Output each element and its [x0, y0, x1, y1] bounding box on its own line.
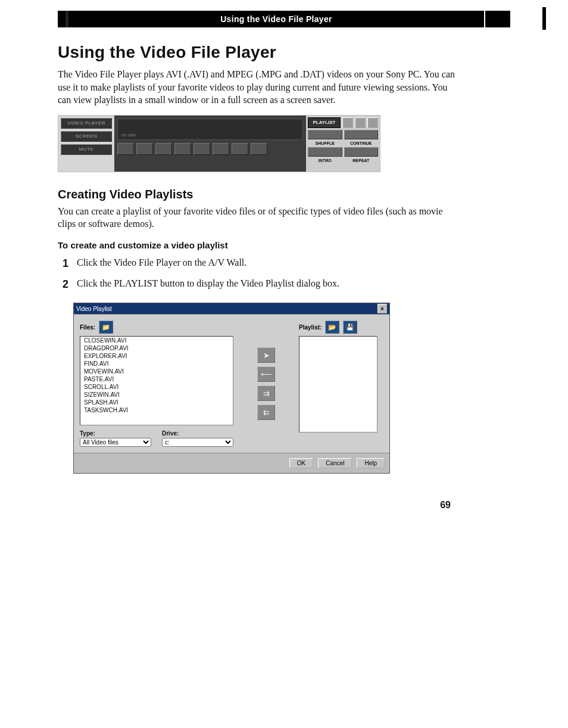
player-display-area: no disc [117, 119, 303, 140]
type-label: Type: [80, 430, 151, 438]
header-left-gutter [58, 11, 68, 27]
header-tab [484, 11, 510, 27]
mode-label-shuffle: SHUFFLE [308, 141, 342, 145]
player-label-title: VIDEO PLAYER [61, 118, 112, 129]
file-list-item[interactable]: SCROLL.AVI [80, 383, 233, 391]
remove-all-button[interactable]: ⇇ [257, 405, 275, 420]
page-title: Using the Video File Player [58, 43, 510, 62]
mode-label-continue: CONTINUE [344, 141, 379, 145]
add-all-button[interactable]: ⇉ [257, 385, 275, 401]
add-remove-arrows: ➤ ⟵ ⇉ ⇇ [257, 321, 275, 447]
mode-button[interactable] [344, 130, 379, 139]
window-button[interactable] [367, 117, 378, 128]
mode-button[interactable] [344, 147, 379, 157]
mode-button[interactable] [308, 147, 342, 157]
file-list-item[interactable]: MOVEWIN.AVI [80, 368, 233, 375]
file-listbox[interactable]: CLOSEWIN.AVIDRAGDROP.AVIEXPLORER.AVIFIND… [80, 336, 233, 425]
type-select[interactable]: All Video files [80, 438, 151, 447]
file-list-item[interactable]: SIZEWIN.AVI [80, 391, 233, 399]
intro-paragraph: The Video File Player plays AVI (.AVI) a… [58, 68, 463, 107]
dialog-titlebar: Video Playlist × [74, 303, 389, 314]
remove-from-playlist-button[interactable]: ⟵ [257, 366, 275, 382]
file-list-item[interactable]: CLOSEWIN.AVI [80, 337, 233, 344]
mode-label-repeat: REPEAT [344, 158, 379, 163]
transport-button[interactable] [232, 143, 248, 155]
section-heading: Creating Video Playlists [58, 188, 510, 201]
header-bar: Using the Video File Player [58, 11, 510, 27]
playlist-group: Playlist: 📂 💾 [299, 321, 383, 447]
drive-select[interactable]: c: [162, 438, 233, 447]
files-group: Files: 📁 CLOSEWIN.AVIDRAGDROP.AVIEXPLORE… [80, 321, 233, 447]
player-right-panel: PLAYLIST SHUFFLE CONTINUE INTRO REPEAT [306, 116, 380, 172]
transport-button[interactable] [194, 143, 210, 155]
file-list-item[interactable]: PASTE.AVI [80, 375, 233, 383]
help-button[interactable]: Help [357, 458, 385, 468]
window-button[interactable] [342, 117, 353, 128]
mode-label-intro: INTRO [308, 158, 342, 163]
drive-label: Drive: [162, 430, 233, 438]
transport-button[interactable] [136, 143, 153, 155]
window-button[interactable] [355, 117, 366, 128]
step-item: 2 Click the PLAYLIST button to display t… [58, 277, 463, 292]
files-label: Files: [80, 324, 95, 331]
file-list-item[interactable]: DRAGDROP.AVI [80, 344, 233, 352]
open-folder-icon[interactable]: 📂 [325, 321, 339, 334]
transport-button[interactable] [174, 143, 191, 155]
player-left-panel: VIDEO PLAYER SCREEN MUTE [58, 116, 114, 172]
step-number: 2 [58, 277, 68, 292]
page-number: 69 [58, 500, 451, 511]
player-transport-controls [117, 143, 303, 155]
playlist-listbox[interactable] [299, 336, 377, 433]
figure-playlist-dialog: Video Playlist × Files: 📁 CLOSEWIN.AVIDR… [73, 303, 390, 474]
playlist-button[interactable]: PLAYLIST [308, 117, 341, 128]
file-list-item[interactable]: EXPLORER.AVI [80, 352, 233, 360]
file-list-item[interactable]: SPLASH.AVI [80, 399, 233, 406]
player-display: no disc [114, 116, 306, 172]
mode-button[interactable] [308, 130, 342, 139]
step-number: 1 [58, 256, 68, 271]
save-icon[interactable]: 💾 [343, 321, 357, 334]
playlist-label: Playlist: [299, 324, 322, 331]
transport-button[interactable] [155, 143, 172, 155]
close-icon[interactable]: × [377, 304, 387, 313]
ok-button[interactable]: OK [289, 458, 313, 468]
scan-edge-mark [542, 7, 546, 30]
transport-button[interactable] [117, 143, 134, 155]
dialog-button-row: OK Cancel Help [74, 453, 389, 473]
step-item: 1 Click the Video File Player on the A/V… [58, 256, 463, 271]
step-text: Click the PLAYLIST button to display the… [77, 277, 339, 292]
cancel-button[interactable]: Cancel [318, 458, 352, 468]
transport-button[interactable] [251, 143, 267, 155]
add-to-playlist-button[interactable]: ➤ [257, 347, 275, 363]
section-paragraph: You can create a playlist of your favori… [58, 205, 463, 231]
player-label-screen[interactable]: SCREEN [61, 131, 112, 142]
header-title: Using the Video File Player [68, 11, 484, 27]
folder-up-icon[interactable]: 📁 [99, 321, 113, 334]
player-label-mute[interactable]: MUTE [61, 144, 112, 155]
figure-video-player: VIDEO PLAYER SCREEN MUTE no disc PLAYLIS… [58, 115, 380, 172]
procedure-heading: To create and customize a video playlist [58, 240, 510, 250]
file-list-item[interactable]: TASKSWCH.AVI [80, 406, 233, 414]
dialog-title: Video Playlist [76, 306, 112, 312]
step-text: Click the Video File Player on the A/V W… [77, 256, 246, 271]
file-list-item[interactable]: FIND.AVI [80, 360, 233, 368]
procedure-steps: 1 Click the Video File Player on the A/V… [58, 256, 463, 292]
transport-button[interactable] [213, 143, 229, 155]
